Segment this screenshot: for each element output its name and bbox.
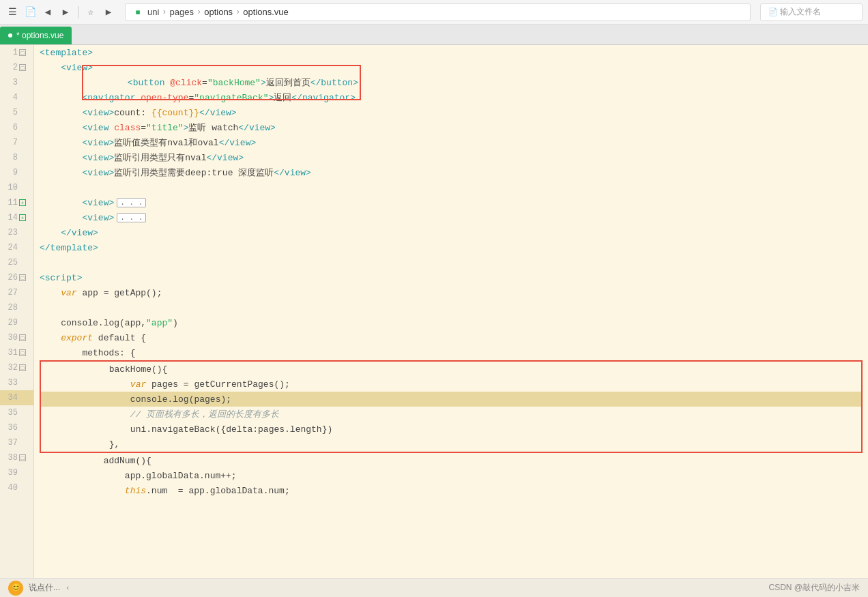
menu-icon[interactable]: ☰ xyxy=(5,5,19,19)
fold-31[interactable]: □ xyxy=(19,349,26,356)
code-line-37[interactable]: }, xyxy=(41,437,861,452)
code-line-25 xyxy=(34,255,868,270)
line-num-11: 11 + xyxy=(0,195,33,210)
code-line-26[interactable]: <script> xyxy=(34,270,868,285)
breadcrumb-file-icon: ◼ xyxy=(131,5,145,19)
code-line-8[interactable]: <view>监听引用类型只有nval</view> xyxy=(34,150,868,165)
indent-40 xyxy=(40,486,125,496)
fold-38[interactable]: □ xyxy=(19,454,26,461)
indent-9 xyxy=(40,168,82,178)
code-line-29[interactable]: console.log(app,"app") xyxy=(34,315,868,330)
indent-30 xyxy=(40,333,61,343)
breadcrumb-sep3: › xyxy=(235,8,240,17)
breadcrumb-file[interactable]: options.vue xyxy=(243,7,289,17)
tag-view-8-close: </view> xyxy=(206,153,244,163)
line-num-5: 5 xyxy=(0,105,33,120)
code-line-33[interactable]: var pages = getCurrentPages(); xyxy=(41,377,861,392)
code-line-10 xyxy=(34,180,868,195)
code-line-27[interactable]: var app = getApp(); xyxy=(34,285,868,300)
code-line-32[interactable]: backHome(){ xyxy=(41,362,861,377)
collapsed-11[interactable]: . . . xyxy=(117,198,146,207)
fold-32[interactable]: □ xyxy=(19,364,26,371)
code-line-39[interactable]: app.globalData.num++; xyxy=(34,468,868,483)
breadcrumb-sep1: › xyxy=(162,8,167,17)
search-area[interactable]: 📄 输入文件名 xyxy=(760,3,863,21)
red-box-button: <button @click="backHome">返回到首页</button> xyxy=(82,65,361,100)
csdn-credit: CSDN @敲代码的小吉米 xyxy=(768,582,860,594)
code-line-1[interactable]: <template> xyxy=(34,45,868,60)
linenum-4: 4 xyxy=(4,93,18,102)
app-getapp: app = getApp(); xyxy=(77,288,162,298)
count-binding: {{count}} xyxy=(151,108,199,118)
tab-options-vue[interactable]: * options.vue xyxy=(0,27,72,44)
indent-38 xyxy=(40,456,104,466)
code-line-7[interactable]: <view>监听值类型有nval和oval</view> xyxy=(34,135,868,150)
fold-1[interactable]: □ xyxy=(19,49,26,56)
fold-30[interactable]: □ xyxy=(19,334,26,341)
linenum-23: 23 xyxy=(4,228,18,237)
tag-view-23-close: </view> xyxy=(61,228,98,238)
linenum-11: 11 xyxy=(4,198,18,207)
tag-view-9: <view> xyxy=(82,168,114,178)
indent-36 xyxy=(45,424,130,435)
linenum-26: 26 xyxy=(4,273,18,282)
code-line-40[interactable]: this.num = app.globalData.num; xyxy=(34,483,868,498)
indent-3 xyxy=(40,78,82,88)
fold-2[interactable]: □ xyxy=(19,64,26,71)
back-icon[interactable]: ◀ xyxy=(41,5,55,19)
code-line-31[interactable]: methods: { xyxy=(34,345,868,360)
code-line-5[interactable]: <view>count: {{count}}</view> xyxy=(34,105,868,120)
code-line-34[interactable]: console.log(pages); xyxy=(41,392,861,407)
chat-arrow[interactable]: ‹ xyxy=(66,584,70,592)
collapsed-14[interactable]: . . . xyxy=(117,213,146,222)
backHome-func: backHome(){ xyxy=(109,364,168,375)
breadcrumb: ◼ uni › pages › options › options.vue xyxy=(125,3,751,21)
fold-10 xyxy=(19,184,26,191)
indent-34 xyxy=(45,394,130,405)
fold-29 xyxy=(19,319,26,326)
code-line-9[interactable]: <view>监听引用类型需要deep:true 深度监听</view> xyxy=(34,165,868,180)
tab-label: * options.vue xyxy=(16,31,63,40)
linenum-35: 35 xyxy=(4,408,18,418)
code-line-6[interactable]: <view class="title">监听 watch</view> xyxy=(34,120,868,135)
breadcrumb-options[interactable]: options xyxy=(204,7,233,17)
play-icon[interactable]: ▶ xyxy=(102,5,115,19)
linenum-24: 24 xyxy=(4,243,18,252)
code-line-38[interactable]: addNum(){ xyxy=(34,453,868,468)
code-line-35[interactable]: // 页面栈有多长，返回的长度有多长 xyxy=(41,407,861,422)
eq-6: = xyxy=(141,123,146,133)
breadcrumb-pages[interactable]: pages xyxy=(170,7,194,17)
line7-text: 监听值类型有nval和oval xyxy=(114,136,218,149)
fold-34 xyxy=(19,394,26,401)
star-icon[interactable]: ☆ xyxy=(84,5,98,19)
code-line-3[interactable]: <button @click="backHome">返回到首页</button> xyxy=(34,75,868,90)
line-num-30: 30 □ xyxy=(0,330,33,345)
file-icon[interactable]: 📄 xyxy=(23,5,37,19)
code-line-23[interactable]: </view> xyxy=(34,225,868,240)
code-line-24[interactable]: </template> xyxy=(34,240,868,255)
tag-view-6-close1: > xyxy=(184,123,189,133)
breadcrumb-uni[interactable]: uni xyxy=(147,7,159,17)
line-num-1: 1 □ xyxy=(0,45,33,60)
linenum-10: 10 xyxy=(4,183,18,192)
tag-view-7-close: </view> xyxy=(219,138,257,148)
attr-class: class xyxy=(114,123,141,133)
console-log-pages: console.log(pages); xyxy=(130,394,231,405)
code-line-14[interactable]: <view> . . . xyxy=(34,210,868,225)
fold-26[interactable]: □ xyxy=(19,274,26,281)
code-line-11[interactable]: <view> . . . xyxy=(34,195,868,210)
chat-label[interactable]: 说点什... xyxy=(29,582,60,594)
navigate-back: uni.navigateBack({delta:pages.length}) xyxy=(130,424,332,435)
fold-14[interactable]: + xyxy=(19,214,26,221)
pages-getcurrentpages: pages = getCurrentPages(); xyxy=(146,379,290,390)
close-func-37: }, xyxy=(109,439,120,450)
code-line-36[interactable]: uni.navigateBack({delta:pages.length}) xyxy=(41,422,861,437)
code-line-30[interactable]: export default { xyxy=(34,330,868,345)
fold-7 xyxy=(19,139,26,146)
tag-button-open: < xyxy=(128,78,133,88)
linenum-38: 38 xyxy=(4,453,18,463)
fold-11[interactable]: + xyxy=(19,199,26,206)
breadcrumb-sep2: › xyxy=(197,8,201,17)
forward-icon[interactable]: ▶ xyxy=(59,5,72,19)
line-num-37: 37 xyxy=(0,435,33,450)
